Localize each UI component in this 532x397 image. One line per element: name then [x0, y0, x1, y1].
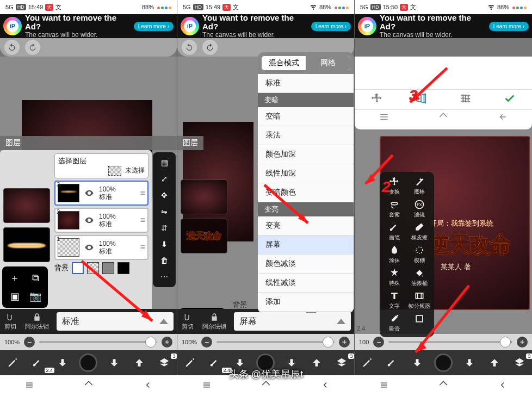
bg-swatch-checker[interactable]	[87, 262, 99, 274]
flip-v-icon[interactable]: ⇵	[158, 222, 170, 234]
zoom-minus-button[interactable]: −	[201, 337, 212, 348]
layers-button[interactable]: 3	[333, 355, 350, 371]
camera-button[interactable]: 📷	[26, 288, 45, 305]
ad-banner[interactable]: You want to remove the Ad? The canvas wi…	[0, 14, 177, 38]
layer-thumbnail-poster[interactable]: 逆天改命	[181, 219, 227, 253]
tab-grid[interactable]: 网格	[306, 56, 350, 70]
blend-option-screen[interactable]: 屏幕	[258, 235, 354, 255]
zoom-plus-button[interactable]: ＋	[339, 337, 350, 348]
arrow-down-icon[interactable]	[232, 355, 248, 371]
brush-tool-icon[interactable]: 2.4	[207, 355, 223, 371]
tool-canvas[interactable]	[407, 313, 432, 333]
menu-icon[interactable]	[379, 112, 389, 124]
tool-eyedropper[interactable]: 吸管	[382, 313, 407, 333]
clip-button[interactable]: 剪切	[177, 309, 198, 334]
tool-bucket[interactable]: 油漆桶	[407, 268, 432, 287]
drag-handle-icon[interactable]: ≡	[140, 188, 145, 198]
pen-tool-icon[interactable]	[4, 355, 21, 371]
move-icon[interactable]: ✥	[158, 189, 170, 201]
color-swatch-button[interactable]	[79, 353, 97, 372]
layers-button[interactable]: 3	[156, 355, 172, 371]
blend-option-darker-color[interactable]: 变暗颜色	[258, 183, 354, 202]
undo-button[interactable]	[182, 40, 197, 55]
alpha-lock-button[interactable]: 阿尔法锁	[21, 309, 53, 334]
zoom-slider[interactable]	[216, 341, 335, 343]
checker-icon[interactable]: ▦	[158, 157, 170, 169]
redo-button[interactable]	[25, 40, 40, 55]
home-icon[interactable]	[438, 112, 448, 124]
layer-selection-box[interactable]: 选择图层 未选择	[54, 153, 149, 178]
home-icon[interactable]	[84, 380, 94, 392]
drag-handle-icon[interactable]: ≡	[140, 215, 145, 225]
tool-brush[interactable]: 画笔	[382, 222, 407, 241]
clip-button[interactable]: 剪切	[0, 309, 21, 334]
layer-row-3[interactable]: 3 100% 标准 ≡	[54, 181, 149, 206]
pen-tool-icon[interactable]	[359, 355, 375, 371]
add-layer-button[interactable]: ＋	[5, 270, 24, 286]
arrow-down-icon[interactable]	[106, 355, 122, 371]
blend-option-add[interactable]: 添加	[258, 293, 354, 312]
tool-magic-wand[interactable]: 魔棒	[407, 176, 432, 196]
tool-eraser[interactable]: 橡皮擦	[407, 222, 432, 241]
layer-row-1[interactable]: 1 100% 标准 ≡	[54, 235, 149, 260]
zoom-minus-button[interactable]: −	[373, 337, 384, 348]
brush-tool-icon[interactable]	[384, 355, 400, 371]
home-icon[interactable]	[438, 380, 448, 392]
layer-thumbnail-composite[interactable]	[181, 179, 227, 214]
arrow-down-icon[interactable]	[54, 355, 71, 371]
arrow-up-icon[interactable]	[486, 355, 503, 371]
zoom-minus-button[interactable]: −	[24, 337, 35, 348]
home-icon[interactable]	[261, 380, 271, 392]
blend-option-linear-burn[interactable]: 线性加深	[258, 164, 354, 183]
recents-icon[interactable]	[24, 380, 34, 392]
blend-option-color-dodge[interactable]: 颜色减淡	[258, 255, 354, 274]
blend-option-multiply[interactable]: 乘法	[258, 126, 354, 145]
recents-icon[interactable]	[202, 380, 212, 392]
tool-lasso[interactable]: 套索	[382, 199, 407, 219]
ad-cta-button[interactable]: Learn more ›	[311, 22, 351, 31]
more-icon[interactable]: ⋯	[158, 271, 170, 283]
arrow-down-icon[interactable]	[461, 355, 478, 371]
merge-down-button[interactable]: ▣	[5, 288, 24, 305]
blend-option-color-burn[interactable]: 颜色加深	[258, 145, 354, 164]
tool-text[interactable]: 文字	[382, 290, 407, 310]
bg-swatch-grey[interactable]	[102, 262, 114, 274]
tool-filter-fx[interactable]: FX滤镜	[407, 199, 432, 219]
duplicate-layer-button[interactable]: ⧉	[26, 270, 45, 286]
layer-thumbnail-flare[interactable]	[3, 227, 50, 262]
tool-special[interactable]: 特殊	[382, 268, 407, 287]
zoom-plus-button[interactable]: ＋	[517, 337, 528, 348]
color-swatch-button[interactable]	[256, 353, 275, 372]
ad-banner[interactable]: You want to remove the Ad? The canvas wi…	[177, 14, 354, 38]
back-icon[interactable]	[320, 380, 330, 392]
visibility-icon[interactable]	[84, 188, 95, 199]
bg-swatch-black[interactable]	[117, 262, 129, 274]
recents-icon[interactable]	[379, 380, 389, 392]
zoom-plus-button[interactable]: ＋	[162, 337, 172, 348]
pen-tool-icon[interactable]	[182, 355, 198, 371]
move-icon[interactable]	[371, 92, 383, 107]
visibility-icon[interactable]	[84, 242, 95, 253]
blend-option-normal[interactable]: 标准	[258, 74, 354, 93]
layer-row-2[interactable]: 2 100% 标准 ≡	[54, 208, 149, 233]
blend-mode-field[interactable]: 标准	[57, 312, 174, 331]
blend-option-linear-dodge[interactable]: 线性减淡	[258, 274, 354, 293]
blend-option-lighten[interactable]: 变亮	[258, 216, 354, 235]
color-swatch-button[interactable]	[434, 353, 453, 372]
arrow-down-icon[interactable]	[283, 355, 300, 371]
arrow-down-icon[interactable]	[409, 355, 425, 371]
flip-h-icon[interactable]: ⇋	[158, 206, 170, 218]
mesh-icon[interactable]	[460, 92, 472, 107]
zoom-slider[interactable]	[388, 341, 512, 343]
ad-cta-button[interactable]: Learn more ›	[134, 22, 174, 31]
drag-handle-icon[interactable]: ≡	[140, 243, 145, 252]
confirm-icon[interactable]	[504, 92, 516, 107]
back-nav-icon[interactable]	[498, 112, 508, 124]
tool-smudge[interactable]: 涂抹	[382, 245, 407, 264]
visibility-icon[interactable]	[84, 215, 95, 226]
brush-tool-icon[interactable]: 2.4	[29, 355, 46, 371]
expand-icon[interactable]: ⤢	[158, 173, 170, 185]
back-icon[interactable]	[498, 380, 508, 392]
arrow-up-icon[interactable]	[131, 355, 147, 371]
bg-swatch-white[interactable]	[72, 262, 84, 274]
